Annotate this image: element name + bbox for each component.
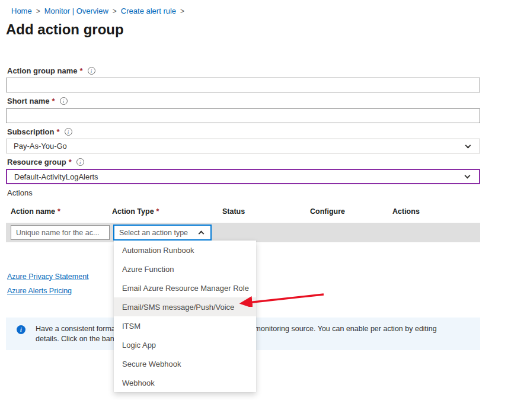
- column-header-configure: Configure: [310, 207, 347, 216]
- required-asterisk: *: [57, 207, 60, 216]
- dropdown-option-logic-app[interactable]: Logic App: [114, 335, 256, 354]
- dropdown-option-webhook[interactable]: Webhook: [114, 373, 256, 392]
- subscription-label: Subscription * i: [7, 127, 72, 136]
- actions-section-heading: Actions: [7, 188, 33, 197]
- breadcrumb-separator: >: [180, 7, 184, 15]
- dropdown-option-secure-webhook[interactable]: Secure Webhook: [114, 354, 256, 373]
- column-header-text: Actions: [392, 207, 420, 216]
- action-group-name-label-text: Action group name: [7, 66, 77, 75]
- breadcrumb-create-alert-rule[interactable]: Create alert rule: [121, 7, 176, 15]
- resource-group-label: Resource group * i: [7, 158, 84, 166]
- action-type-combobox[interactable]: Select an action type: [113, 225, 212, 241]
- azure-alerts-pricing-link[interactable]: Azure Alerts Pricing: [7, 287, 72, 295]
- azure-privacy-statement-link[interactable]: Azure Privacy Statement: [7, 272, 89, 281]
- column-header-action-type: Action Type*: [112, 207, 159, 216]
- info-icon[interactable]: i: [88, 67, 95, 75]
- column-header-text: Status: [222, 207, 245, 216]
- info-circle-icon: i: [17, 325, 25, 334]
- required-asterisk: *: [52, 97, 55, 105]
- required-asterisk: *: [156, 207, 159, 216]
- required-asterisk: *: [56, 127, 59, 136]
- action-group-name-input[interactable]: [6, 78, 480, 92]
- add-action-group-page: Home > Monitor | Overview > Create alert…: [0, 0, 508, 420]
- short-name-label-text: Short name: [7, 97, 50, 105]
- action-group-name-label: Action group name * i: [7, 66, 95, 75]
- resource-group-select[interactable]: Default-ActivityLogAlerts: [6, 169, 480, 184]
- action-type-combobox-label: Select an action type: [119, 229, 188, 237]
- action-type-dropdown: Automation Runbook Azure Function Email …: [114, 241, 256, 392]
- dropdown-option-email-azure-resource-manager-role[interactable]: Email Azure Resource Manager Role: [114, 278, 256, 297]
- column-header-status: Status: [222, 207, 247, 216]
- subscription-selected-value: Pay-As-You-Go: [14, 142, 67, 150]
- short-name-label: Short name * i: [7, 97, 68, 105]
- column-header-actions: Actions: [392, 207, 422, 216]
- breadcrumb-separator: >: [113, 7, 117, 15]
- column-header-text: Action Type: [112, 207, 154, 216]
- dropdown-option-automation-runbook[interactable]: Automation Runbook: [114, 241, 256, 259]
- breadcrumb-monitor-overview[interactable]: Monitor | Overview: [44, 7, 108, 15]
- column-header-text: Action name: [11, 207, 55, 216]
- dropdown-option-azure-function[interactable]: Azure Function: [114, 259, 256, 278]
- chevron-down-icon: [465, 173, 471, 179]
- chevron-up-icon: [199, 230, 205, 236]
- required-asterisk: *: [79, 66, 82, 75]
- page-title: Add action group: [6, 21, 124, 38]
- breadcrumb: Home > Monitor | Overview > Create alert…: [11, 7, 184, 15]
- dropdown-option-itsm[interactable]: ITSM: [114, 316, 256, 335]
- info-icon[interactable]: i: [65, 128, 72, 136]
- breadcrumb-separator: >: [36, 7, 40, 15]
- resource-group-selected-value: Default-ActivityLogAlerts: [14, 172, 98, 181]
- chevron-down-icon: [465, 142, 471, 148]
- resource-group-label-text: Resource group: [7, 158, 66, 166]
- column-header-text: Configure: [310, 207, 345, 216]
- required-asterisk: *: [69, 158, 72, 166]
- subscription-select[interactable]: Pay-As-You-Go: [6, 139, 480, 153]
- column-header-action-name: Action name*: [11, 207, 60, 216]
- subscription-label-text: Subscription: [7, 127, 54, 136]
- breadcrumb-home[interactable]: Home: [11, 7, 32, 15]
- dropdown-option-email-sms-push-voice[interactable]: Email/SMS message/Push/Voice: [114, 297, 256, 316]
- action-name-input[interactable]: [11, 225, 110, 240]
- short-name-input[interactable]: [6, 108, 480, 123]
- info-icon[interactable]: i: [60, 97, 68, 105]
- info-icon[interactable]: i: [76, 158, 84, 166]
